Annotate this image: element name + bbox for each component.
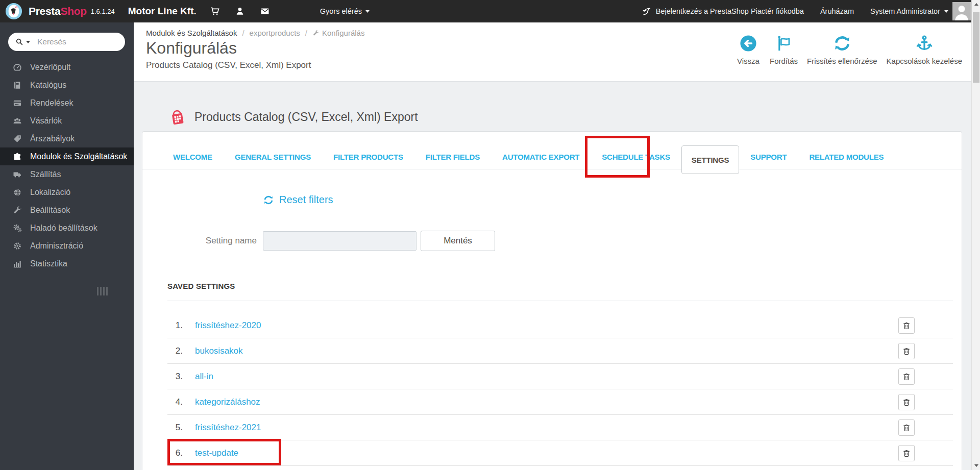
saved-setting-link[interactable]: kategorizáláshoz	[195, 397, 260, 407]
bar-chart-icon	[13, 259, 22, 268]
quick-access-menu[interactable]: Gyors elérés	[320, 7, 370, 15]
search-input[interactable]	[37, 37, 114, 46]
gears-icon	[13, 224, 22, 233]
sidebar-item-label: Lokalizáció	[30, 188, 70, 197]
tab[interactable]: SETTINGS	[681, 145, 739, 174]
saved-setting-link[interactable]: frissítéshez-2021	[195, 423, 261, 433]
breadcrumb: Modulok és Szolgáltatások / exportproduc…	[146, 29, 364, 37]
sidebar-item[interactable]: Lokalizáció	[0, 183, 134, 201]
chevron-down-icon	[944, 10, 948, 13]
delete-setting-button[interactable]	[898, 368, 915, 385]
delete-setting-button[interactable]	[898, 343, 915, 359]
sidebar-item[interactable]: Haladó beállítások	[0, 219, 134, 237]
trash-icon	[902, 398, 911, 406]
header-action-button[interactable]: Fordítás	[770, 35, 798, 65]
content-area: Products Catalog (CSV, Excel, Xml) Expor…	[134, 82, 971, 470]
saved-setting-link[interactable]: test-update	[195, 448, 238, 458]
saved-setting-row: 6. test-update	[167, 440, 953, 466]
tab-label: AUTOMATIC EXPORT	[502, 153, 579, 161]
saved-setting-row: 3. all-in	[167, 364, 953, 389]
save-button[interactable]: Mentés	[421, 231, 495, 251]
scroll-up-button[interactable]	[972, 0, 980, 9]
page-subtitle: Products Catalog (CSV, Excel, Xml) Expor…	[146, 60, 311, 70]
tab[interactable]: SCHEDULE TASKS	[591, 153, 681, 169]
sidebar-item-label: Rendelések	[30, 98, 74, 108]
tab[interactable]: GENERAL SETTINGS	[224, 153, 322, 169]
saved-setting-link[interactable]: bukosisakok	[195, 346, 243, 356]
setting-name-input[interactable]	[263, 231, 416, 251]
breadcrumb-item[interactable]: exportproducts /	[250, 29, 312, 37]
header-action-button[interactable]: Kapcsolások kezelése	[887, 35, 962, 65]
anchor-icon	[916, 35, 933, 52]
marketplace-login-label: Bejelentkezés a PrestaShop Piactér fióko…	[656, 7, 804, 15]
saved-setting-row: 5. frissítéshez-2021	[167, 415, 953, 440]
topbar-right: Bejelentkezés a PrestaShop Piactér fióko…	[642, 7, 948, 16]
saved-settings-list: 1. frissítéshez-2020 2. bukosisakok 3.	[167, 313, 953, 466]
globe-icon	[13, 188, 22, 197]
saved-setting-link[interactable]: frissítéshez-2020	[195, 320, 261, 331]
user-menu[interactable]: System Administrator	[870, 7, 948, 15]
sidebar-item-label: Haladó beállítások	[30, 224, 97, 233]
sidebar-item[interactable]: Árszabályok	[0, 130, 134, 147]
saved-setting-number: 4.	[167, 397, 183, 407]
sidebar-item[interactable]: Vásárlók	[0, 112, 134, 130]
delete-setting-button[interactable]	[898, 419, 915, 436]
reset-filters-link[interactable]: Reset filters	[263, 194, 333, 206]
gauge-icon	[13, 63, 22, 72]
prestashop-bird-icon[interactable]	[5, 3, 22, 20]
delete-setting-button[interactable]	[898, 317, 915, 334]
shop-name: Motor Line Kft.	[128, 6, 197, 17]
search-scope-caret-icon[interactable]	[26, 41, 30, 43]
saved-setting-row: 1. frissítéshez-2020	[167, 313, 953, 338]
sidebar-item[interactable]: Katalógus	[0, 76, 134, 94]
header-action-button[interactable]: Vissza	[736, 35, 761, 65]
scrollbar-thumb[interactable]	[973, 12, 979, 83]
breadcrumb-label: Modulok és Szolgáltatások	[146, 29, 237, 37]
sidebar-item[interactable]: Szállítás	[0, 165, 134, 183]
quick-access-label: Gyors elérés	[320, 7, 362, 15]
sidebar-item[interactable]: Modulok és Szolgáltatások	[0, 147, 134, 165]
sidebar-item[interactable]: Rendelések	[0, 94, 134, 112]
sidebar-item-label: Katalógus	[30, 81, 66, 90]
refresh-icon	[834, 35, 851, 52]
sidebar-item[interactable]: Statisztika	[0, 255, 134, 273]
puzzle-icon	[13, 152, 22, 161]
search-icon[interactable]	[15, 38, 23, 46]
sidebar-item[interactable]: Vezérlőpult	[0, 58, 134, 76]
mail-icon[interactable]	[260, 6, 270, 16]
reset-filters-label: Reset filters	[279, 194, 333, 206]
marketplace-login-link[interactable]: Bejelentkezés a PrestaShop Piactér fióko…	[642, 7, 804, 16]
sidebar-collapse-grip[interactable]	[97, 287, 108, 295]
sidebar-item[interactable]: Beállítások	[0, 201, 134, 219]
saved-setting-number: 6.	[167, 448, 183, 458]
employee-icon[interactable]	[235, 6, 245, 16]
trash-icon	[902, 424, 911, 432]
saved-setting-link[interactable]: all-in	[195, 372, 213, 382]
tab[interactable]: AUTOMATIC EXPORT	[491, 153, 591, 169]
tab[interactable]: SUPPORT	[739, 153, 798, 169]
cart-icon[interactable]	[210, 6, 220, 16]
breadcrumb-separator: /	[242, 29, 244, 37]
saved-setting-number: 5.	[167, 423, 183, 433]
vertical-scrollbar[interactable]	[971, 0, 980, 470]
version-label: 1.6.1.24	[91, 8, 115, 15]
wrench-icon	[13, 206, 22, 215]
my-shop-link[interactable]: Áruházam	[820, 7, 854, 15]
tab[interactable]: RELATED MODULES	[798, 153, 895, 169]
sidebar-item[interactable]: Adminisztráció	[0, 237, 134, 255]
breadcrumb-item[interactable]: Modulok és Szolgáltatások /	[146, 29, 250, 37]
delete-setting-button[interactable]	[898, 445, 915, 461]
book-icon	[13, 81, 22, 90]
scroll-down-button[interactable]	[972, 461, 980, 470]
brand-shop: Shop	[60, 5, 86, 17]
brand-wordmark: PrestaShop	[29, 5, 87, 17]
brand-presta: Presta	[29, 5, 60, 17]
header-action-button[interactable]: Frissítés ellenőrzése	[807, 35, 877, 65]
tab[interactable]: FILTER PRODUCTS	[322, 153, 414, 169]
tab[interactable]: WELCOME	[162, 153, 224, 169]
avatar-icon[interactable]	[952, 2, 971, 20]
breadcrumb-item[interactable]: Konfigurálás /	[312, 29, 364, 37]
delete-setting-button[interactable]	[898, 394, 915, 410]
tab-label: SETTINGS	[692, 156, 729, 164]
tab[interactable]: FILTER FIELDS	[414, 153, 491, 169]
